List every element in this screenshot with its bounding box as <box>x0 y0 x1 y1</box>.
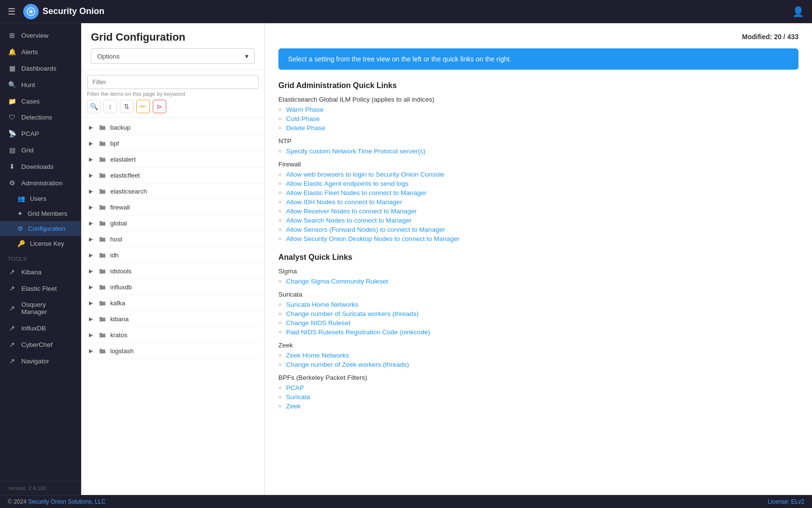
quick-link-anchor-fw-browsers[interactable]: Allow web browsers to login to Security … <box>286 171 444 178</box>
grid-section-item: Elasticsearch Global ILM Policy (applies… <box>278 96 798 133</box>
tree-folder-icon-elastalert <box>99 155 106 163</box>
quick-link-anchor-suricata-workers[interactable]: Change number of Suricata workers (threa… <box>286 310 419 317</box>
sync-button[interactable]: ⊳ <box>153 100 166 113</box>
quick-link-anchor-bpf-pcap[interactable]: PCAP <box>286 384 304 391</box>
cyberchef-icon: ↗ <box>8 341 16 348</box>
sidebar-item-alerts[interactable]: 🔔 Alerts <box>0 44 81 60</box>
sidebar-item-label: CyberChef <box>21 341 53 348</box>
sidebar-item-kibana[interactable]: ↗ Kibana <box>0 264 81 280</box>
user-profile-icon[interactable]: 👤 <box>792 6 804 17</box>
sidebar-item-configuration[interactable]: ⚙ Configuration <box>0 221 81 236</box>
pcap-icon: 📡 <box>8 130 16 137</box>
sidebar-item-elastic-fleet[interactable]: ↗ Elastic Fleet <box>0 280 81 297</box>
quick-link-anchor-bpf-zeek[interactable]: Zeek <box>286 403 301 410</box>
sidebar-item-influxdb[interactable]: ↗ InfluxDB <box>0 320 81 336</box>
sidebar-item-cases[interactable]: 📁 Cases <box>0 93 81 109</box>
sidebar-item-users[interactable]: 👥 Users <box>0 191 81 206</box>
sidebar-item-overview[interactable]: ⊞ Overview <box>0 27 81 44</box>
tree-arrow-bpf: ▶ <box>87 139 95 147</box>
quick-link-anchor-sigma-ruleset[interactable]: Change Sigma Community Ruleset <box>286 278 388 285</box>
tree-item-influxdb[interactable]: ▶ influxdb <box>81 279 264 295</box>
sidebar-item-grid-members[interactable]: ✦ Grid Members <box>0 206 81 221</box>
quick-link-anchor-cold-phase[interactable]: Cold Phase <box>286 115 320 122</box>
tree-item-elastalert[interactable]: ▶ elastalert <box>81 151 264 167</box>
sidebar-item-downloads[interactable]: ⬇ Downloads <box>0 158 81 175</box>
sidebar-item-pcap[interactable]: 📡 PCAP <box>0 125 81 142</box>
company-link[interactable]: Security Onion Solutions, LLC <box>28 498 105 505</box>
sidebar-item-administration[interactable]: ⚙ Administration <box>0 175 81 191</box>
quick-link-anchor-fw-fleet-nodes[interactable]: Allow Elastic Fleet Nodes to connect to … <box>286 189 426 196</box>
sidebar-sub-label: Grid Members <box>28 210 67 217</box>
tree-item-kratos[interactable]: ▶ kratos <box>81 327 264 343</box>
tree-item-label: elasticsearch <box>110 188 147 195</box>
sidebar-item-hunt[interactable]: 🔍 Hunt <box>0 76 81 93</box>
quick-link-anchor-warm-phase[interactable]: Warm Phase <box>286 106 324 113</box>
tree-arrow-logstash: ▶ <box>87 347 95 355</box>
dashboards-icon: ▦ <box>8 64 16 72</box>
quick-link-anchor-ntp-custom[interactable]: Specify custom Network Time Protocol ser… <box>286 148 425 155</box>
filter-actions: 🔍 ↕ ⇅ ✏ ⊳ <box>87 97 259 114</box>
options-dropdown[interactable]: Options ▾ <box>91 48 255 64</box>
sidebar-item-label: PCAP <box>21 130 39 137</box>
sidebar-item-dashboards[interactable]: ▦ Dashboards <box>0 60 81 76</box>
tree-item-kibana[interactable]: ▶ kibana <box>81 311 264 327</box>
tree-item-elasticsearch[interactable]: ▶ elasticsearch <box>81 183 264 199</box>
search-icon: 🔍 <box>90 103 98 110</box>
sidebar-item-license-key[interactable]: 🔑 License Key <box>0 236 81 251</box>
sub-list: PCAPSuricataZeek <box>278 383 798 411</box>
edit-button[interactable]: ✏ <box>136 100 150 113</box>
downloads-icon: ⬇ <box>8 163 16 170</box>
tree-item-backup[interactable]: ▶ backup <box>81 120 264 135</box>
tree-item-logstash[interactable]: ▶ logstash <box>81 343 264 359</box>
tree-arrow-kafka: ▶ <box>87 299 95 307</box>
quick-link-anchor-zeek-workers[interactable]: Change number of Zeek workers (threads) <box>286 361 409 368</box>
elastic-fleet-icon: ↗ <box>8 284 16 292</box>
quick-link-anchor-zeek-home[interactable]: Zeek Home Networks <box>286 352 349 359</box>
expand-all-button[interactable]: ⇅ <box>120 100 133 113</box>
section-label: Zeek <box>278 342 293 349</box>
tree-arrow-idstools: ▶ <box>87 267 95 275</box>
sidebar-item-grid[interactable]: ▤ Grid <box>0 142 81 158</box>
quick-link-bpf-suricata: Suricata <box>278 392 798 402</box>
users-icon: 👥 <box>17 195 25 202</box>
tree-item-kafka[interactable]: ▶ kafka <box>81 295 264 311</box>
tree-item-firewall[interactable]: ▶ firewall <box>81 199 264 215</box>
quick-link-delete-phase: Delete Phase <box>278 123 798 133</box>
sidebar-item-detections[interactable]: 🛡 Detections <box>0 109 81 125</box>
quick-link-anchor-fw-sensors[interactable]: Allow Sensors (Forward Nodes) to connect… <box>286 226 445 233</box>
sidebar-item-navigator[interactable]: ↗ Navigator <box>0 353 81 369</box>
quick-link-anchor-fw-receiver-nodes[interactable]: Allow Receiver Nodes to connect to Manag… <box>286 208 417 215</box>
sub-list: Suricata Home NetworksChange number of S… <box>278 300 798 337</box>
edit-icon: ✏ <box>140 103 146 110</box>
quick-link-anchor-suricata-home[interactable]: Suricata Home Networks <box>286 301 358 308</box>
quick-link-anchor-fw-elastic-agent[interactable]: Allow Elastic Agent endpoints to send lo… <box>286 180 408 187</box>
quick-link-anchor-delete-phase[interactable]: Delete Phase <box>286 124 325 132</box>
tree-item-label: elasticfleet <box>110 172 140 179</box>
search-button[interactable]: 🔍 <box>87 100 101 113</box>
tree-item-idh[interactable]: ▶ idh <box>81 247 264 263</box>
quick-link-anchor-fw-desktop-nodes[interactable]: Allow Security Onion Desktop Nodes to co… <box>286 235 460 242</box>
menu-toggle-icon[interactable]: ☰ <box>8 6 15 17</box>
tree-item-global[interactable]: ▶ global <box>81 215 264 231</box>
tree-item-bpf[interactable]: ▶ bpf <box>81 135 264 151</box>
quick-link-anchor-nids-reg[interactable]: Paid NIDS Rulesets Registration Code (oi… <box>286 329 430 336</box>
tree-item-label: logstash <box>110 347 133 355</box>
collapse-all-button[interactable]: ↕ <box>103 100 117 113</box>
tree-folder-icon-bpf <box>99 139 106 147</box>
filter-input[interactable] <box>87 75 259 89</box>
sidebar-item-osquery-manager[interactable]: ↗ Osquery Manager <box>0 297 81 320</box>
filter-hint: Filter the items on this page by keyword <box>87 91 259 97</box>
quick-link-anchor-bpf-suricata[interactable]: Suricata <box>286 393 310 401</box>
tree-item-host[interactable]: ▶ host <box>81 231 264 247</box>
analyst-section: Analyst Quick Links SigmaChange Sigma Co… <box>278 253 798 411</box>
quick-link-anchor-fw-idh-nodes[interactable]: Allow IDH Nodes to connect to Manager <box>286 198 402 206</box>
sidebar-item-cyberchef[interactable]: ↗ CyberChef <box>0 336 81 353</box>
quick-link-anchor-nids-ruleset[interactable]: Change NIDS Ruleset <box>286 319 350 327</box>
tree-item-idstools[interactable]: ▶ idstools <box>81 263 264 279</box>
tree-arrow-host: ▶ <box>87 235 95 243</box>
tree-item-elasticfleet[interactable]: ▶ elasticfleet <box>81 167 264 183</box>
license-key-icon: 🔑 <box>17 240 25 247</box>
license-info[interactable]: License: ELv2 <box>768 498 804 505</box>
app-logo: Security Onion <box>23 4 104 19</box>
quick-link-anchor-fw-search-nodes[interactable]: Allow Search Nodes to connect to Manager <box>286 217 412 224</box>
